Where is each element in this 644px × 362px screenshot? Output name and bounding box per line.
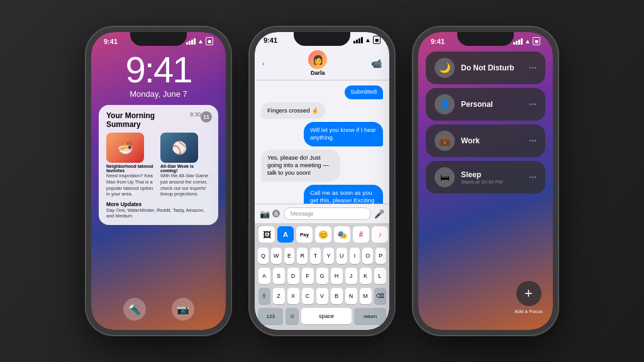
camera-input-icon[interactable]: 📷 xyxy=(260,209,270,219)
key-x[interactable]: X xyxy=(287,288,299,304)
key-shift[interactable]: ⇧ xyxy=(258,288,270,304)
focus-item-dnd[interactable]: 🌙 Do Not Disturb ··· xyxy=(426,52,545,84)
messages-header: ‹ 👩 Darla 📹 xyxy=(255,45,389,80)
notification-card[interactable]: 9:30 AM 11 Your Morning Summary 🍜 Neighb… xyxy=(99,105,218,225)
photos-icon[interactable]: 🖼 xyxy=(258,226,275,243)
focus-item-sleep[interactable]: 🛏 Sleep Starts at 10:30 PM ··· xyxy=(426,161,545,194)
focus-work-name: Work xyxy=(461,136,523,145)
focus-item-work[interactable]: 💼 Work ··· xyxy=(426,124,545,157)
music-icon[interactable]: ♪ xyxy=(372,226,388,243)
key-z[interactable]: Z xyxy=(273,288,285,304)
key-v[interactable]: V xyxy=(316,288,328,304)
phone-messages: 9:41 ▲ ■ ‹ xyxy=(250,27,394,335)
focus-screen: 9:41 ▲ ■ xyxy=(418,32,553,330)
battery-icon: ■ xyxy=(206,37,213,45)
focus-sleep-text: Sleep Starts at 10:30 PM xyxy=(461,170,523,185)
app-input-icon[interactable]: 🅐 xyxy=(272,209,280,219)
focus-work-text: Work xyxy=(461,136,523,145)
notch-2 xyxy=(294,32,350,46)
do-not-disturb-icon-circle: 🌙 xyxy=(435,58,455,78)
key-emoji[interactable]: ☺ xyxy=(286,308,298,324)
notif-story1-desc: Need inspiration? Kea Mao from Up Thai i… xyxy=(106,173,157,197)
key-h[interactable]: H xyxy=(331,268,343,284)
focus-work-more[interactable]: ··· xyxy=(529,136,536,146)
key-p[interactable]: P xyxy=(375,248,386,264)
notch-3 xyxy=(457,32,514,46)
key-a[interactable]: A xyxy=(258,268,270,284)
key-e[interactable]: E xyxy=(284,248,295,264)
back-button[interactable]: ‹ xyxy=(262,60,265,67)
message-bubble-1: Fingers crossed 🤞 xyxy=(261,102,325,119)
msg-signal-icon xyxy=(353,37,363,43)
moon-focus-icon: 🌙 xyxy=(439,62,451,74)
focus-dnd-text: Do Not Disturb xyxy=(461,63,523,72)
contact-info[interactable]: 👩 Darla xyxy=(308,50,327,76)
contact-name: Darla xyxy=(308,70,327,76)
key-space[interactable]: space xyxy=(301,308,352,324)
key-c[interactable]: C xyxy=(302,288,314,304)
key-l[interactable]: L xyxy=(374,268,386,284)
add-focus-button[interactable]: + Add a Focus xyxy=(514,281,543,314)
key-d[interactable]: D xyxy=(287,268,299,284)
key-f[interactable]: F xyxy=(302,268,314,284)
microphone-icon[interactable]: 🎤 xyxy=(374,209,384,219)
camera-button[interactable]: 📷 xyxy=(172,298,194,321)
focus-item-personal[interactable]: 👤 Personal ··· xyxy=(426,88,545,121)
key-i[interactable]: I xyxy=(350,248,360,264)
video-icon: 📹 xyxy=(371,58,382,69)
focus-dnd-more[interactable]: ··· xyxy=(529,63,536,73)
lock-time-status: 9:41 xyxy=(104,38,118,45)
key-delete[interactable]: ⌫ xyxy=(374,288,386,304)
key-y[interactable]: Y xyxy=(323,248,334,264)
key-u[interactable]: U xyxy=(336,248,347,264)
stickers-icon[interactable]: 🎭 xyxy=(334,226,350,243)
key-m[interactable]: M xyxy=(360,288,372,304)
flashlight-button[interactable]: 🔦 xyxy=(123,298,146,321)
messages-screen: 9:41 ▲ ■ ‹ xyxy=(255,32,389,330)
key-j[interactable]: J xyxy=(345,268,357,284)
lockscreen-bg: 9:41 ▲ ■ 9:41 Monday xyxy=(91,32,226,330)
key-return[interactable]: return xyxy=(354,308,386,324)
message-text-1: Fingers crossed 🤞 xyxy=(267,107,319,114)
hashtag-icon[interactable]: # xyxy=(353,226,369,243)
key-t[interactable]: T xyxy=(310,248,321,264)
message-bubble-2: Will let you know if I hear anything. xyxy=(304,122,383,146)
key-n[interactable]: N xyxy=(345,288,357,304)
notif-images: 🍜 Neighborhood takeout favorites Need in… xyxy=(106,133,211,197)
key-q[interactable]: Q xyxy=(258,248,269,264)
memoji-icon[interactable]: 😊 xyxy=(315,226,331,243)
phone-focus: 9:41 ▲ ■ xyxy=(413,27,558,335)
keyboard-row-2: A S D F G H J K L xyxy=(255,266,389,286)
message-input-field[interactable]: Message xyxy=(284,207,371,220)
key-w[interactable]: W xyxy=(271,248,282,264)
key-b[interactable]: B xyxy=(331,288,343,304)
contact-avatar: 👩 xyxy=(308,50,327,69)
phones-container: 9:41 ▲ ■ 9:41 Monday xyxy=(0,0,644,362)
key-numbers[interactable]: 123 xyxy=(258,308,283,324)
video-call-button[interactable]: 📹 xyxy=(371,58,382,69)
focus-sleep-more[interactable]: ··· xyxy=(529,172,536,182)
keyboard-row-1: Q W E R T Y U I O P xyxy=(255,246,389,266)
appstore-icon[interactable]: A xyxy=(277,226,294,243)
key-k[interactable]: K xyxy=(360,268,372,284)
keyboard-home-indicator xyxy=(255,326,389,330)
signal-icon xyxy=(186,38,196,45)
personal-icon-circle: 👤 xyxy=(435,94,455,114)
flashlight-icon: 🔦 xyxy=(128,304,141,315)
applepay-icon[interactable]: Pay xyxy=(296,226,313,243)
notif-story2-label: All-Star Week is coming! xyxy=(160,164,211,173)
focus-battery-icon: ■ xyxy=(533,37,540,45)
focus-personal-more[interactable]: ··· xyxy=(529,99,536,109)
key-s[interactable]: S xyxy=(273,268,285,284)
message-bubble-3: Yes, please do! Just going into a meetin… xyxy=(261,150,340,182)
key-g[interactable]: G xyxy=(316,268,328,284)
lock-date: Monday, June 7 xyxy=(91,89,226,99)
person-focus-icon: 👤 xyxy=(439,99,451,110)
notif-more-title: More Updates xyxy=(106,201,211,207)
focus-bg: 9:41 ▲ ■ xyxy=(418,32,553,330)
lock-clock: 9:41 xyxy=(91,52,226,88)
key-o[interactable]: O xyxy=(362,248,373,264)
msg-status-icons: ▲ ■ xyxy=(353,36,380,44)
key-r[interactable]: R xyxy=(297,248,308,264)
focus-status-icons: ▲ ■ xyxy=(513,37,540,45)
